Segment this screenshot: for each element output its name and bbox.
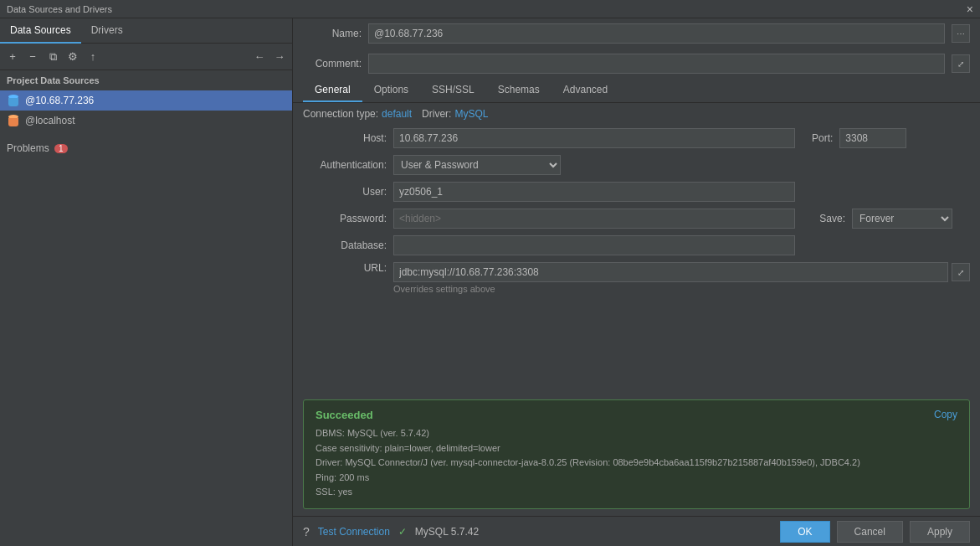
- datasource-item-1[interactable]: @localhost: [0, 111, 292, 131]
- port-label: Port:: [812, 132, 833, 144]
- title-bar-text: Data Sources and Drivers: [7, 4, 112, 14]
- url-row: URL: ⤢ Overrides settings above: [303, 262, 970, 294]
- driver-value[interactable]: MySQL: [454, 108, 488, 120]
- export-button[interactable]: ↑: [84, 48, 102, 66]
- problems-label: Problems: [7, 142, 49, 154]
- success-panel: Succeeded Copy DBMS: MySQL (ver. 5.7.42)…: [303, 399, 970, 509]
- test-connection-link[interactable]: Test Connection: [318, 526, 390, 538]
- tab-general[interactable]: General: [303, 79, 362, 102]
- datasource-icon-1: [7, 114, 20, 127]
- check-icon: ✓: [398, 526, 407, 538]
- problems-section[interactable]: Problems 1: [0, 137, 292, 159]
- copy-button[interactable]: Copy: [934, 409, 957, 420]
- left-panel: Data Sources Drivers + − ⧉ ⚙ ↑ ← → Proje…: [0, 18, 293, 546]
- auth-row: Authentication: User & Password No auth …: [303, 155, 970, 175]
- comment-label: Comment:: [303, 58, 362, 70]
- back-button[interactable]: ←: [250, 48, 269, 66]
- user-input[interactable]: [393, 182, 795, 202]
- problems-badge: 1: [54, 144, 68, 153]
- connection-type-label: Connection type:: [303, 108, 378, 120]
- connection-type-value[interactable]: default: [382, 108, 412, 120]
- save-label: Save:: [812, 213, 845, 224]
- success-title: Succeeded: [316, 409, 957, 421]
- success-line-2: Driver: MySQL Connector/J (ver. mysql-co…: [316, 456, 957, 471]
- database-row: Database:: [303, 235, 970, 255]
- success-line-0: DBMS: MySQL (ver. 5.7.42): [316, 426, 957, 441]
- tab-advanced[interactable]: Advanced: [552, 79, 619, 102]
- remove-datasource-button[interactable]: −: [23, 48, 42, 66]
- success-line-3: Ping: 200 ms: [316, 471, 957, 486]
- tab-ssh-ssl[interactable]: SSH/SSL: [420, 79, 486, 102]
- host-label: Host:: [303, 132, 387, 144]
- name-expand-button[interactable]: ⋯: [952, 24, 970, 43]
- url-label: URL:: [303, 262, 387, 274]
- url-note: Overrides settings above: [393, 284, 970, 294]
- success-line-4: SSL: yes: [316, 485, 957, 500]
- host-row: Host: Port:: [303, 128, 970, 148]
- ok-button[interactable]: OK: [780, 521, 829, 543]
- dialog-buttons: OK Cancel Apply: [780, 521, 970, 543]
- project-datasources-header: Project Data Sources: [0, 70, 292, 90]
- title-bar: Data Sources and Drivers ×: [0, 0, 980, 18]
- tab-schemas[interactable]: Schemas: [486, 79, 552, 102]
- database-label: Database:: [303, 240, 387, 251]
- comment-row: Comment: ⤢: [293, 49, 980, 79]
- datasource-label-1: @localhost: [25, 115, 75, 126]
- tab-datasources[interactable]: Data Sources: [0, 18, 81, 44]
- url-input[interactable]: [393, 262, 948, 282]
- tab-drivers[interactable]: Drivers: [81, 18, 133, 44]
- database-input[interactable]: [393, 235, 795, 255]
- auth-select[interactable]: User & Password No auth pgpass: [393, 155, 561, 175]
- help-icon[interactable]: ?: [303, 525, 310, 538]
- port-input[interactable]: [839, 128, 906, 148]
- success-line-1: Case sensitivity: plain=lower, delimited…: [316, 441, 957, 456]
- tab-options[interactable]: Options: [362, 79, 420, 102]
- success-details: DBMS: MySQL (ver. 5.7.42) Case sensitivi…: [316, 426, 957, 500]
- add-datasource-button[interactable]: +: [3, 48, 22, 66]
- host-input[interactable]: [393, 128, 795, 148]
- connection-type-row: Connection type: default Driver: MySQL: [293, 103, 980, 125]
- right-panel: Name: ⋯ Comment: ⤢ General Options SSH/S…: [293, 18, 980, 546]
- name-label: Name:: [303, 28, 362, 39]
- left-tab-bar: Data Sources Drivers: [0, 18, 292, 44]
- cancel-button[interactable]: Cancel: [837, 521, 903, 543]
- forward-button[interactable]: →: [270, 48, 289, 66]
- password-label: Password:: [303, 213, 387, 224]
- user-row: User:: [303, 182, 970, 202]
- left-toolbar: + − ⧉ ⚙ ↑ ← →: [0, 44, 292, 70]
- user-label: User:: [303, 186, 387, 198]
- name-row: Name: ⋯: [293, 18, 980, 49]
- url-expand-button[interactable]: ⤢: [952, 263, 970, 281]
- bottom-bar: ? Test Connection ✓ MySQL 5.7.42 OK Canc…: [293, 516, 980, 546]
- auth-label: Authentication:: [303, 159, 387, 171]
- comment-input[interactable]: [368, 54, 945, 74]
- password-row: Password: Save: Forever Until restart Ne…: [303, 209, 970, 229]
- datasource-icon-0: [7, 94, 20, 107]
- driver-label: Driver:: [422, 108, 451, 120]
- duplicate-datasource-button[interactable]: ⧉: [44, 48, 62, 66]
- datasource-label-0: @10.68.77.236: [25, 95, 94, 106]
- name-input[interactable]: [368, 23, 945, 44]
- settings-button[interactable]: ⚙: [64, 48, 82, 66]
- comment-expand-button[interactable]: ⤢: [952, 54, 970, 73]
- mysql-version-label: MySQL 5.7.42: [415, 526, 479, 538]
- close-button[interactable]: ×: [967, 3, 973, 16]
- form-section: Host: Port: Authentication: User & Passw…: [293, 125, 980, 393]
- datasource-item-0[interactable]: @10.68.77.236: [0, 90, 292, 111]
- password-input[interactable]: [393, 209, 795, 229]
- right-tabs-bar: General Options SSH/SSL Schemas Advanced: [293, 79, 980, 103]
- save-select[interactable]: Forever Until restart Never: [852, 209, 952, 229]
- apply-button[interactable]: Apply: [910, 521, 970, 543]
